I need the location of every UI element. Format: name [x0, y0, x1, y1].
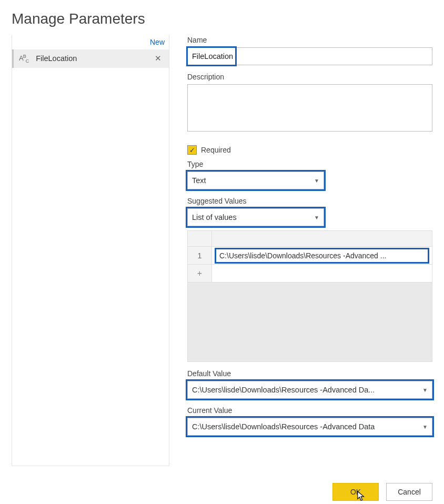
- values-grid-value-header: [212, 231, 432, 246]
- values-grid-row[interactable]: 1 C:\Users\lisde\Downloads\Resources -Ad…: [188, 247, 432, 265]
- dialog-title: Manage Parameters: [12, 11, 432, 27]
- manage-parameters-dialog: Manage Parameters New ABC FileLocation ✕…: [0, 0, 444, 504]
- values-grid-row-value[interactable]: C:\Users\lisde\Downloads\Resources -Adva…: [216, 249, 428, 262]
- current-value-dropdown[interactable]: C:\Users\lisde\Downloads\Resources -Adva…: [187, 418, 432, 436]
- default-value-label: Default Value: [187, 369, 432, 378]
- current-value-label: Current Value: [187, 406, 432, 415]
- ok-button-label: OK: [350, 488, 361, 496]
- suggested-values-dropdown[interactable]: List of values ▼: [187, 208, 324, 226]
- add-row-icon[interactable]: +: [188, 265, 212, 282]
- ok-button[interactable]: OK: [332, 483, 379, 501]
- type-label: Type: [187, 160, 432, 168]
- parameter-form: Name FileLocation Description ✓ Required…: [187, 35, 432, 466]
- values-grid-empty-area: [188, 283, 432, 361]
- type-dropdown-value: Text: [192, 176, 206, 185]
- name-input[interactable]: [187, 47, 432, 65]
- values-grid-add-cell[interactable]: [212, 265, 432, 282]
- description-input[interactable]: [187, 84, 432, 132]
- default-value-text: C:\Users\lisde\Downloads\Resources -Adva…: [192, 386, 375, 394]
- values-grid: 1 C:\Users\lisde\Downloads\Resources -Ad…: [187, 230, 432, 362]
- cancel-button[interactable]: Cancel: [386, 483, 432, 501]
- parameter-list-header: New: [12, 35, 169, 49]
- values-grid-row-index: 1: [188, 247, 212, 264]
- chevron-down-icon: ▼: [422, 387, 428, 393]
- parameter-item-name: FileLocation: [36, 54, 153, 63]
- values-grid-index-header: [188, 231, 212, 246]
- values-grid-header: [188, 231, 432, 247]
- cancel-button-label: Cancel: [398, 488, 421, 496]
- parameter-list-item[interactable]: ABC FileLocation ✕: [12, 49, 169, 68]
- values-grid-add-row[interactable]: +: [188, 265, 432, 283]
- suggested-values-label: Suggested Values: [187, 197, 432, 205]
- dialog-content: New ABC FileLocation ✕ Name FileLocation…: [12, 35, 432, 466]
- chevron-down-icon: ▼: [314, 178, 319, 184]
- type-dropdown[interactable]: Text ▼: [187, 172, 324, 189]
- default-value-dropdown[interactable]: C:\Users\lisde\Downloads\Resources -Adva…: [187, 381, 432, 399]
- suggested-values-value: List of values: [192, 213, 237, 221]
- text-type-icon: ABC: [19, 54, 28, 64]
- dialog-button-row: OK Cancel: [12, 483, 432, 501]
- new-parameter-link[interactable]: New: [150, 38, 165, 46]
- current-value-text: C:\Users\lisde\Downloads\Resources -Adva…: [192, 422, 375, 431]
- chevron-down-icon: ▼: [314, 215, 319, 220]
- chevron-down-icon: ▼: [422, 424, 428, 430]
- parameter-list-empty-area: [12, 68, 169, 466]
- required-checkbox[interactable]: ✓: [187, 145, 197, 155]
- name-label: Name: [187, 36, 432, 44]
- parameter-list-pane: New ABC FileLocation ✕: [12, 35, 169, 466]
- description-label: Description: [187, 73, 432, 81]
- delete-parameter-icon[interactable]: ✕: [153, 54, 164, 63]
- required-label: Required: [201, 146, 231, 154]
